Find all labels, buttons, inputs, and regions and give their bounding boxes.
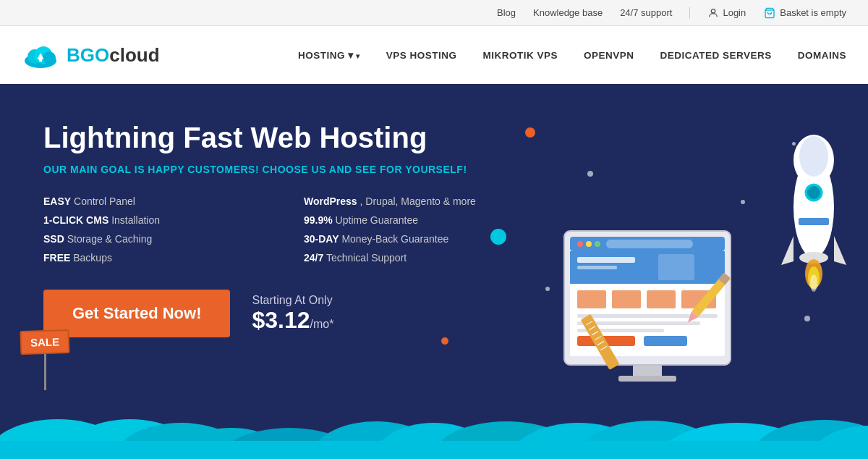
nav-link-hosting[interactable]: HOSTING ▾ (298, 50, 360, 61)
nav-item-mikrotik[interactable]: MIKROTIK VPS (482, 49, 558, 62)
feature-5-text: Storage & Caching (67, 233, 153, 245)
nav-link-domains[interactable]: DOMAINS (798, 50, 846, 61)
feature-7: FREE Backups (43, 252, 275, 264)
support-label: 24/7 support (620, 7, 672, 18)
svg-point-14 (595, 241, 600, 247)
feature-3: 1-CLICK CMS Installation (43, 214, 275, 226)
nav-item-hosting[interactable]: HOSTING ▾ (298, 49, 360, 62)
svg-rect-6 (39, 58, 42, 62)
user-icon (707, 7, 719, 19)
login-label: Login (723, 7, 746, 18)
svg-rect-15 (606, 240, 693, 248)
dot-8 (441, 337, 448, 345)
top-bar: Blog Knowledge base 24/7 support Login B… (0, 0, 868, 26)
knowledge-base-label: Knowledge base (533, 7, 603, 18)
svg-rect-18 (577, 266, 617, 269)
feature-2-text: , Drupal, Magento & more (360, 195, 476, 207)
pricing-starting: Starting At Only (252, 294, 333, 307)
feature-1-bold: EASY (43, 195, 71, 207)
hero-subtitle: OUR MAIN GOAL IS HAPPY CUSTOMERS! CHOOSE… (43, 164, 535, 175)
svg-rect-65 (0, 441, 868, 459)
feature-4-text: Uptime Guarantee (336, 214, 418, 226)
hero-section: Lightning Fast Web Hosting OUR MAIN GOAL… (0, 84, 868, 459)
support-link[interactable]: 24/7 support (620, 7, 672, 18)
svg-point-0 (712, 9, 715, 12)
svg-rect-17 (577, 257, 635, 263)
rocket-illustration (767, 91, 861, 323)
svg-point-12 (577, 241, 583, 247)
nav-bar: BGOcloud HOSTING ▾ VPS HOSTING MIKROTIK … (0, 26, 868, 84)
feature-6-bold: 30-DAY (304, 233, 339, 245)
blog-label: Blog (497, 7, 516, 18)
svg-rect-8 (618, 376, 676, 382)
features-grid: EASY Control Panel WordPress , Drupal, M… (43, 195, 535, 264)
feature-5-bold: SSD (43, 233, 64, 245)
logo-text: BGOcloud (67, 44, 160, 67)
feature-8: 24/7 Technical Support (304, 252, 535, 264)
feature-3-text: Installation (111, 214, 160, 226)
feature-8-bold: 24/7 (304, 252, 323, 264)
cta-button[interactable]: Get Started Now! (43, 290, 230, 337)
nav-item-vps[interactable]: VPS HOSTING (386, 49, 457, 62)
sale-badge: SALE (20, 329, 69, 355)
basket-icon (763, 7, 776, 19)
nav-item-domains[interactable]: DOMAINS (798, 49, 846, 62)
logo-icon (22, 41, 59, 70)
feature-1: EASY Control Panel (43, 195, 275, 207)
feature-4: 99.9% Uptime Guarantee (304, 214, 535, 226)
logo[interactable]: BGOcloud (22, 41, 160, 70)
svg-rect-28 (644, 336, 687, 346)
nav-links: HOSTING ▾ VPS HOSTING MIKROTIK VPS OPENV… (298, 49, 846, 62)
feature-3-bold: 1-CLICK CMS (43, 214, 109, 226)
svg-rect-22 (647, 290, 676, 308)
pricing-amount: $3.12/mo* (252, 307, 333, 334)
dot-2 (587, 171, 593, 177)
feature-2-bold: WordPress (304, 195, 357, 207)
svg-rect-21 (612, 290, 641, 308)
svg-rect-50 (799, 218, 829, 225)
nav-link-dedicated[interactable]: DEDICATED SERVERS (660, 50, 771, 61)
nav-link-openvpn[interactable]: OPENVPN (584, 50, 634, 61)
nav-item-openvpn[interactable]: OPENVPN (584, 49, 634, 62)
feature-1-text: Control Panel (74, 195, 135, 207)
feature-7-bold: FREE (43, 252, 70, 264)
svg-point-13 (586, 241, 592, 247)
basket-label: Basket is empty (780, 7, 846, 18)
sale-sign: SALE (20, 330, 69, 390)
feature-6-text: Money-Back Guarantee (341, 233, 448, 245)
feature-7-text: Backups (73, 252, 112, 264)
svg-point-43 (807, 186, 820, 199)
hero-content: Lightning Fast Web Hosting OUR MAIN GOAL… (43, 120, 535, 337)
hero-title: Lightning Fast Web Hosting (43, 120, 535, 155)
feature-5: SSD Storage & Caching (43, 233, 275, 245)
feature-6: 30-DAY Money-Back Guarantee (304, 233, 535, 245)
nav-item-dedicated[interactable]: DEDICATED SERVERS (660, 49, 771, 62)
svg-rect-19 (658, 254, 694, 280)
monitor-illustration (542, 195, 752, 405)
sale-post (44, 354, 46, 390)
svg-point-49 (810, 274, 817, 292)
svg-point-5 (43, 51, 56, 64)
basket-link[interactable]: Basket is empty (763, 7, 846, 19)
blog-link[interactable]: Blog (497, 7, 516, 18)
svg-marker-45 (834, 236, 846, 265)
nav-link-vps[interactable]: VPS HOSTING (386, 50, 457, 61)
svg-point-41 (799, 136, 828, 177)
login-link[interactable]: Login (707, 7, 746, 19)
divider (689, 7, 690, 19)
svg-marker-44 (781, 236, 793, 265)
pricing-text: Starting At Only $3.12/mo* (252, 294, 333, 334)
feature-2: WordPress , Drupal, Magento & more (304, 195, 535, 207)
svg-rect-20 (577, 290, 606, 308)
feature-4-bold: 99.9% (304, 214, 333, 226)
knowledge-base-link[interactable]: Knowledge base (533, 7, 603, 18)
feature-8-text: Technical Support (326, 252, 407, 264)
nav-link-mikrotik[interactable]: MIKROTIK VPS (482, 50, 558, 61)
cta-area: Get Started Now! Starting At Only $3.12/… (43, 290, 535, 337)
period: /mo* (310, 318, 334, 330)
price: $3.12 (252, 307, 310, 333)
